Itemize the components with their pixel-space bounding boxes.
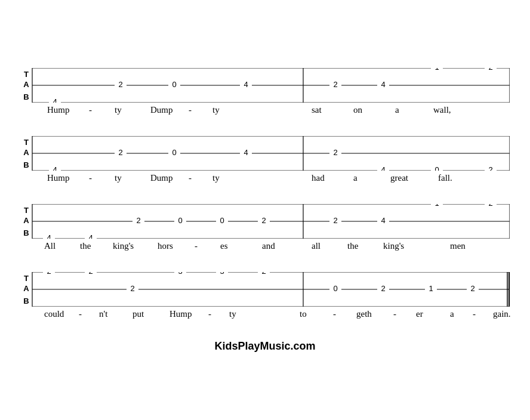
svg-text:A: A bbox=[23, 147, 29, 156]
svg-text:3: 3 bbox=[220, 272, 224, 276]
lyric: - bbox=[79, 309, 82, 319]
staff-1-svg: T A B 4 2 0 4 2 4 bbox=[20, 68, 510, 103]
staff-section-2: T A B 4 2 0 4 2 4 0 bbox=[20, 136, 510, 193]
lyric: a bbox=[450, 309, 454, 319]
svg-text:2: 2 bbox=[333, 80, 337, 89]
svg-text:2: 2 bbox=[381, 284, 385, 293]
svg-text:A: A bbox=[23, 79, 29, 88]
lyric: Hump bbox=[170, 309, 192, 319]
svg-text:3: 3 bbox=[178, 272, 182, 276]
page: T A B 4 2 0 4 2 4 bbox=[8, 62, 522, 359]
lyric: and bbox=[262, 241, 275, 251]
svg-text:2: 2 bbox=[136, 216, 140, 225]
lyric: ty bbox=[229, 309, 236, 319]
svg-text:1: 1 bbox=[435, 204, 439, 208]
lyric: hors bbox=[158, 241, 173, 251]
lyric: - bbox=[333, 309, 336, 319]
lyric: great bbox=[390, 173, 408, 183]
svg-text:0: 0 bbox=[220, 216, 224, 225]
lyrics-row-2: Hump - ty Dump - ty had a great fall. bbox=[20, 171, 510, 193]
staff-3-svg: T A B 4 4 2 0 0 2 2 bbox=[20, 204, 510, 239]
lyric: could bbox=[44, 309, 64, 319]
staff-section-3: T A B 4 4 2 0 0 2 2 bbox=[20, 204, 510, 261]
lyric: fall. bbox=[438, 173, 452, 183]
lyric: geth bbox=[356, 309, 372, 319]
svg-text:2: 2 bbox=[488, 204, 492, 208]
lyric: ty bbox=[115, 105, 122, 115]
lyric: put bbox=[132, 309, 144, 319]
lyric: - bbox=[208, 309, 211, 319]
svg-text:2: 2 bbox=[333, 148, 337, 157]
svg-text:4: 4 bbox=[53, 97, 57, 103]
lyric: ty bbox=[115, 173, 122, 183]
svg-text:4: 4 bbox=[47, 233, 51, 239]
staff-2-svg: T A B 4 2 0 4 2 4 0 bbox=[20, 136, 510, 171]
lyric: - bbox=[195, 241, 198, 251]
svg-text:2: 2 bbox=[118, 148, 122, 157]
lyrics-row-3: All the king's hors - es and all the kin… bbox=[20, 239, 510, 261]
svg-text:T: T bbox=[24, 137, 29, 146]
lyric: ty bbox=[212, 105, 220, 115]
lyric: wall, bbox=[433, 105, 451, 115]
lyric: - bbox=[473, 309, 476, 319]
svg-text:4: 4 bbox=[53, 165, 57, 171]
lyric: a bbox=[395, 105, 399, 115]
svg-text:0: 0 bbox=[435, 165, 439, 171]
lyric: the bbox=[347, 241, 358, 251]
lyric: All bbox=[44, 241, 56, 251]
lyric: - bbox=[393, 309, 396, 319]
lyrics-row-4: could - n't put Hump - ty to - geth - er… bbox=[20, 307, 510, 329]
lyric: sat bbox=[312, 105, 322, 115]
lyric: es bbox=[220, 241, 228, 251]
svg-text:1: 1 bbox=[435, 68, 439, 72]
svg-text:B: B bbox=[23, 296, 29, 305]
lyric: Dump bbox=[150, 173, 173, 183]
lyric: Hump bbox=[47, 173, 70, 183]
lyric: - bbox=[189, 173, 192, 183]
footer-text: KidsPlayMusic.com bbox=[214, 340, 315, 352]
svg-text:B: B bbox=[23, 160, 29, 169]
lyric: ty bbox=[212, 173, 220, 183]
lyric: on bbox=[353, 105, 362, 115]
lyric: - bbox=[189, 105, 192, 115]
svg-text:2: 2 bbox=[261, 216, 266, 225]
lyric: the bbox=[80, 241, 91, 251]
lyric: Dump bbox=[150, 105, 173, 115]
lyrics-row-1: Hump - ty Dump - ty sat on a wall, bbox=[20, 103, 510, 125]
svg-text:4: 4 bbox=[381, 80, 385, 89]
svg-text:T: T bbox=[24, 273, 29, 282]
staff-section-4: T A B 2 2 2 3 3 2 bbox=[20, 272, 510, 329]
lyric: er bbox=[416, 309, 423, 319]
svg-text:0: 0 bbox=[333, 284, 337, 293]
svg-text:2: 2 bbox=[470, 284, 474, 293]
footer: KidsPlayMusic.com bbox=[20, 340, 510, 353]
lyric: king's bbox=[383, 241, 404, 251]
lyric: Hump bbox=[47, 105, 70, 115]
svg-text:2: 2 bbox=[488, 68, 492, 72]
lyric: n't bbox=[99, 309, 107, 319]
svg-text:0: 0 bbox=[172, 148, 176, 157]
lyric: gain. bbox=[493, 309, 511, 319]
svg-text:0: 0 bbox=[172, 80, 176, 89]
lyric: to bbox=[300, 309, 307, 319]
svg-text:0: 0 bbox=[178, 216, 182, 225]
svg-text:2: 2 bbox=[118, 80, 122, 89]
staff-section-1: T A B 4 2 0 4 2 4 bbox=[20, 68, 510, 125]
svg-text:2: 2 bbox=[88, 272, 93, 276]
lyric: - bbox=[89, 173, 92, 183]
lyric: men bbox=[450, 241, 466, 251]
svg-text:B: B bbox=[23, 228, 29, 237]
svg-text:4: 4 bbox=[381, 216, 385, 225]
svg-text:T: T bbox=[24, 69, 29, 78]
svg-text:2: 2 bbox=[333, 216, 337, 225]
svg-text:4: 4 bbox=[88, 233, 93, 239]
svg-text:4: 4 bbox=[244, 80, 248, 89]
svg-text:4: 4 bbox=[244, 148, 248, 157]
lyric: had bbox=[312, 173, 325, 183]
lyric: a bbox=[353, 173, 358, 183]
svg-text:A: A bbox=[23, 283, 29, 292]
lyric: king's bbox=[113, 241, 134, 251]
lyric: all bbox=[312, 241, 321, 251]
svg-text:2: 2 bbox=[47, 272, 51, 276]
svg-text:2: 2 bbox=[261, 272, 266, 276]
